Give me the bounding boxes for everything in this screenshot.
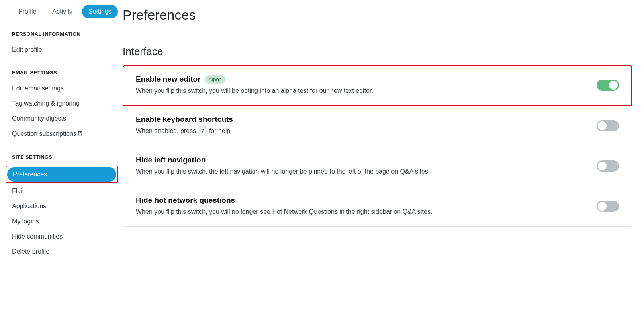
setting-desc: When you flip this switch, you will no l… bbox=[136, 207, 597, 217]
sidebar-item-preferences[interactable]: Preferences bbox=[7, 167, 116, 182]
setting-desc: When you flip this switch, the left navi… bbox=[136, 167, 597, 176]
setting-desc: When you flip this switch, you will be o… bbox=[136, 86, 597, 96]
sidebar-heading: EMAIL SETTINGS bbox=[12, 70, 123, 76]
tab-profile[interactable]: Profile bbox=[12, 5, 43, 18]
setting-title: Hide hot network questions bbox=[136, 196, 235, 205]
sidebar-heading: SITE SETTINGS bbox=[12, 154, 123, 160]
toggle-hide-hot-network[interactable] bbox=[597, 201, 619, 212]
setting-desc: When enabled, press ? for help bbox=[136, 126, 597, 136]
sidebar-item-delete-profile[interactable]: Delete profile bbox=[6, 245, 117, 259]
sidebar-section-email: EMAIL SETTINGS Edit email settings Tag w… bbox=[12, 70, 123, 141]
sidebar-item-flair[interactable]: Flair bbox=[6, 184, 117, 198]
setting-row-keyboard-shortcuts: Enable keyboard shortcuts When enabled, … bbox=[123, 106, 632, 146]
section-title: Interface bbox=[123, 45, 632, 58]
top-tabs: Profile Activity Settings bbox=[12, 5, 123, 18]
sidebar-item-hide-communities[interactable]: Hide communities bbox=[6, 229, 117, 244]
sidebar-section-personal: PERSONAL INFORMATION Edit profile bbox=[12, 31, 123, 57]
setting-row-enable-new-editor: Enable new editor Alpha When you flip th… bbox=[123, 65, 632, 106]
alpha-badge: Alpha bbox=[205, 75, 226, 84]
page-title: Preferences bbox=[123, 7, 632, 23]
toggle-keyboard-shortcuts[interactable] bbox=[597, 120, 619, 131]
sidebar-item-edit-email[interactable]: Edit email settings bbox=[6, 81, 117, 96]
toggle-enable-new-editor[interactable] bbox=[597, 80, 619, 91]
toggle-hide-left-nav[interactable] bbox=[597, 160, 619, 172]
sidebar-item-edit-profile[interactable]: Edit profile bbox=[6, 43, 117, 57]
sidebar-item-question-subscriptions[interactable]: Question subscriptions bbox=[6, 127, 117, 141]
sidebar-item-applications[interactable]: Applications bbox=[6, 199, 117, 213]
highlight-box: Preferences bbox=[6, 166, 118, 183]
sidebar-heading: PERSONAL INFORMATION bbox=[12, 31, 123, 37]
sidebar-item-community-digests[interactable]: Community digests bbox=[6, 112, 117, 126]
divider bbox=[123, 29, 632, 29]
sidebar-section-site: SITE SETTINGS Preferences Flair Applicat… bbox=[12, 154, 123, 259]
sidebar-item-my-logins[interactable]: My logins bbox=[6, 214, 117, 229]
setting-row-hide-hot-network: Hide hot network questions When you flip… bbox=[123, 186, 632, 226]
setting-row-hide-left-nav: Hide left navigation When you flip this … bbox=[123, 146, 632, 186]
tab-activity[interactable]: Activity bbox=[46, 5, 79, 18]
external-link-icon bbox=[77, 130, 83, 138]
sidebar-item-tag-watching[interactable]: Tag watching & ignoring bbox=[6, 96, 117, 111]
sidebar-item-label: Question subscriptions bbox=[12, 130, 76, 137]
tab-settings[interactable]: Settings bbox=[82, 5, 118, 18]
kbd-help-key: ? bbox=[198, 126, 207, 136]
setting-title: Enable new editor bbox=[136, 75, 201, 84]
setting-title: Hide left navigation bbox=[136, 156, 206, 164]
settings-panel: Enable new editor Alpha When you flip th… bbox=[123, 65, 632, 227]
setting-title: Enable keyboard shortcuts bbox=[136, 115, 233, 124]
